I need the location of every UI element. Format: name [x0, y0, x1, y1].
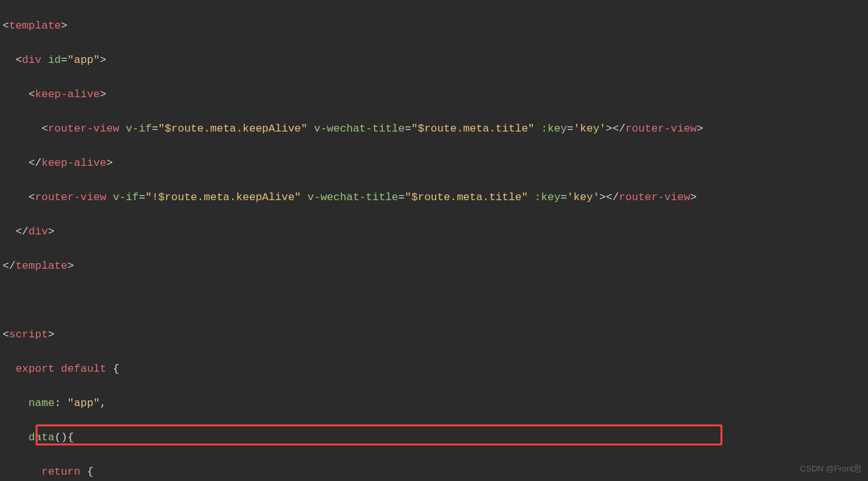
tag-div: div — [22, 54, 42, 66]
tag-template: template — [9, 20, 61, 32]
code-editor[interactable]: <template> <div id="app"> <keep-alive> <… — [0, 0, 868, 481]
watermark: CSDN @Front思 — [800, 460, 862, 477]
